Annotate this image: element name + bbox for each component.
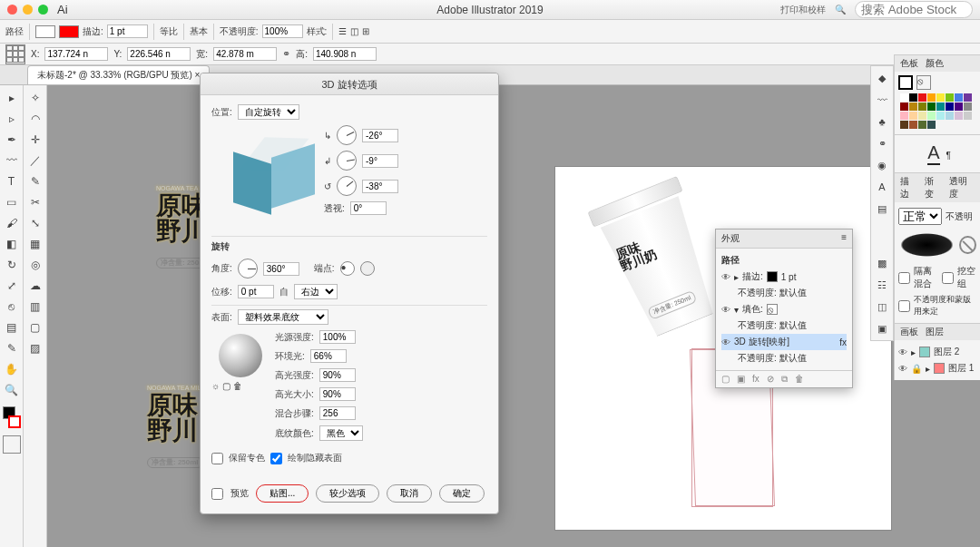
appearance-row[interactable]: 不透明度: 默认值	[721, 350, 847, 366]
swatches-tab[interactable]: 色板	[900, 57, 918, 70]
lock-icon[interactable]: 🔒	[911, 364, 922, 374]
reference-point-icon[interactable]	[5, 44, 25, 64]
layer-row[interactable]: 👁🔒▸图层 1	[898, 360, 976, 376]
rot-y-dial[interactable]	[337, 151, 357, 171]
x-input[interactable]	[44, 47, 108, 61]
none-swatch[interactable]: ⦸	[916, 75, 931, 90]
rot-y-input[interactable]	[362, 154, 398, 168]
type-tool-icon[interactable]: T	[3, 172, 21, 190]
angle-input[interactable]	[263, 262, 299, 276]
line-tool-icon[interactable]: ／	[26, 151, 44, 170]
link-icon[interactable]: ⚭	[282, 48, 290, 60]
direct-selection-tool-icon[interactable]: ▹	[3, 110, 21, 128]
cup-3d-object[interactable]: 原味野川奶 净含量: 250ml	[588, 181, 731, 344]
visibility-icon[interactable]: 👁	[898, 347, 907, 357]
stroke-swatch[interactable]	[59, 25, 79, 38]
pen-tool-icon[interactable]: ✒	[3, 131, 21, 149]
artboard-tool-icon[interactable]: ▢	[26, 318, 44, 337]
eraser-tool-icon[interactable]: ◧	[3, 235, 21, 253]
clip-checkbox[interactable]	[898, 300, 910, 312]
links-icon[interactable]: ⚭	[874, 135, 890, 151]
layer-row[interactable]: 👁▸图层 2	[898, 344, 976, 360]
align-icon[interactable]: ☷	[874, 277, 890, 293]
graph-tool-icon[interactable]: ▥	[26, 298, 44, 316]
opacity-input[interactable]	[262, 24, 303, 38]
properties-icon[interactable]: ◆	[874, 70, 890, 86]
maximize-window-icon[interactable]	[38, 5, 48, 15]
transform-icon[interactable]: ⊞	[362, 26, 369, 36]
light-back-icon[interactable]: ☼	[211, 381, 220, 391]
rotation-cube-preview[interactable]	[228, 132, 318, 223]
scissors-tool-icon[interactable]: ✂	[26, 193, 44, 211]
workspace-switcher[interactable]: 打印和校样	[780, 4, 826, 16]
mask-thumbnail[interactable]	[898, 232, 956, 258]
slice-tool-icon[interactable]: ▨	[26, 339, 44, 357]
document-tab[interactable]: 未标题-2* @ 33.33% (RGB/GPU 预览) ×	[27, 65, 210, 84]
delete-light-icon[interactable]: 🗑	[233, 381, 242, 391]
w-input[interactable]	[213, 47, 277, 61]
zoom-tool-icon[interactable]: 🔍	[3, 381, 21, 399]
curvature-tool-icon[interactable]: 〰	[3, 151, 21, 170]
appearance-row-selected[interactable]: 👁 3D 旋转[映射]fx	[721, 334, 847, 350]
rot-x-dial[interactable]	[337, 125, 357, 145]
align-icon[interactable]: ☰	[338, 26, 347, 36]
expand-icon[interactable]: ▸	[911, 347, 916, 357]
rectangle-tool-icon[interactable]: ▭	[3, 193, 21, 211]
symbols-icon[interactable]: ♣	[874, 113, 890, 130]
magic-wand-tool-icon[interactable]: ✧	[26, 89, 44, 107]
delete-icon[interactable]: 🗑	[795, 374, 804, 385]
layers-tab[interactable]: 图层	[926, 326, 944, 338]
surface-select[interactable]: 塑料效果底纹	[238, 309, 328, 325]
cap-off-icon[interactable]	[360, 261, 375, 276]
isolate-checkbox[interactable]	[898, 272, 910, 284]
preview-checkbox[interactable]	[211, 488, 223, 500]
fewer-options-button[interactable]: 较少选项	[316, 484, 379, 503]
swatch-grid[interactable]	[898, 92, 976, 131]
blend-mode-select[interactable]: 正常	[898, 208, 942, 225]
transparency-tab[interactable]: 透明度	[949, 175, 975, 200]
artboards-tab[interactable]: 画板	[900, 326, 918, 338]
blend-tool-icon[interactable]: ◎	[26, 256, 44, 274]
gradient-tab[interactable]: 渐变	[925, 175, 942, 200]
fill-swatch[interactable]	[35, 25, 55, 38]
appearance-row[interactable]: 👁 ▸描边:1 pt	[721, 269, 847, 285]
add-fill-icon[interactable]: ▣	[737, 374, 745, 385]
knockout-checkbox[interactable]	[942, 272, 954, 284]
navigator-icon[interactable]: ▩	[874, 255, 890, 271]
position-select[interactable]: 自定旋转	[238, 104, 299, 120]
add-stroke-icon[interactable]: ▢	[721, 374, 730, 385]
perspective-input[interactable]	[350, 201, 387, 215]
rot-z-input[interactable]	[362, 180, 398, 193]
clear-icon[interactable]: ⊘	[767, 374, 774, 385]
appearance-row[interactable]: 不透明度: 默认值	[721, 317, 847, 334]
stroke-weight-input[interactable]	[107, 24, 148, 38]
uniform-label[interactable]: 等比	[160, 25, 178, 38]
shaper-tool-icon[interactable]: ✎	[26, 172, 44, 190]
brushes-icon[interactable]: 〰	[874, 92, 890, 108]
add-light-icon[interactable]: ▢	[222, 381, 230, 391]
doc-info-icon[interactable]: ▤	[874, 200, 890, 217]
gradient-tool-icon[interactable]: ▤	[3, 318, 21, 337]
duplicate-icon[interactable]: ⧉	[781, 374, 788, 385]
cap-on-icon[interactable]: ●	[340, 261, 355, 276]
panel-menu-icon[interactable]: ≡	[841, 232, 847, 245]
highlight-size-input[interactable]	[319, 387, 356, 401]
angle-dial[interactable]	[238, 259, 258, 278]
fill-stroke-icon[interactable]	[2, 405, 22, 429]
expand-icon[interactable]: ▸	[926, 364, 930, 374]
mesh-tool-icon[interactable]: ▦	[26, 235, 44, 253]
color-tab[interactable]: 颜色	[926, 57, 944, 70]
map-art-button[interactable]: 贴图...	[256, 484, 309, 503]
graphic-styles-icon[interactable]: A	[874, 179, 890, 195]
no-mask-icon[interactable]	[959, 236, 976, 254]
rotate-tool-icon[interactable]: ↻	[3, 256, 21, 274]
visibility-icon[interactable]: 👁	[898, 364, 907, 374]
ambient-input[interactable]	[310, 349, 347, 363]
h-input[interactable]	[313, 47, 377, 61]
stroke-tab[interactable]: 描边	[900, 175, 917, 200]
shade-color-select[interactable]: 黑色	[319, 425, 363, 441]
selection-tool-icon[interactable]: ▸	[3, 89, 21, 107]
appearance-row[interactable]: 不透明度: 默认值	[721, 285, 847, 301]
rot-z-dial[interactable]	[337, 176, 357, 196]
brush-basic-label[interactable]: 基本	[190, 25, 208, 38]
